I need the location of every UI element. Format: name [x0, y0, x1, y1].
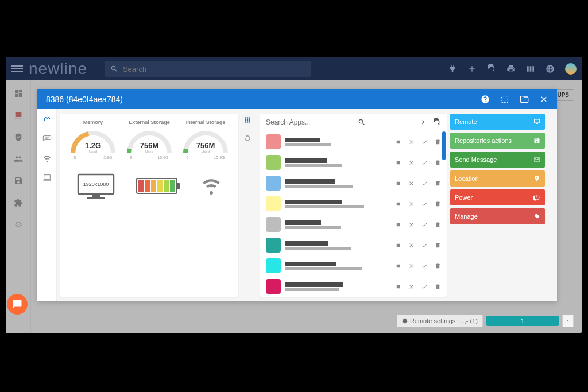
svg-rect-10 [397, 264, 400, 267]
wifi-icon [199, 176, 224, 196]
print-icon[interactable] [506, 64, 516, 73]
rail-message-icon[interactable] [42, 134, 52, 143]
stop-icon[interactable] [395, 201, 401, 207]
trash-icon[interactable] [435, 201, 441, 207]
action-manage[interactable]: Manage [450, 208, 545, 224]
apps-rail [238, 109, 257, 301]
stop-icon[interactable] [395, 139, 401, 145]
bottom-bar: Remote settings : ..,- (1) 1 [397, 315, 574, 327]
apps-refresh-icon[interactable] [433, 118, 441, 126]
app-row [260, 235, 447, 255]
apps-header [260, 114, 447, 131]
check-icon[interactable] [421, 263, 428, 269]
grid-icon[interactable] [243, 116, 252, 124]
app-swatch [266, 155, 281, 170]
app-row [260, 193, 447, 214]
folder-icon[interactable] [520, 95, 529, 104]
apps-card [260, 114, 447, 297]
top-bar: newline [6, 57, 582, 80]
svg-rect-12 [535, 119, 540, 123]
remote-settings-label[interactable]: Remote settings : ..,- (1) [397, 315, 483, 327]
status-card: Memory 1.2GUsed 02.8G External Storage 7… [60, 114, 238, 297]
svg-rect-6 [397, 181, 400, 185]
check-icon[interactable] [421, 284, 428, 290]
action-remote[interactable]: Remote [450, 114, 545, 130]
trash-icon[interactable] [435, 242, 441, 249]
check-icon[interactable] [421, 222, 428, 228]
power-icon [533, 194, 540, 201]
app-row [260, 276, 447, 297]
close-icon[interactable] [408, 180, 415, 187]
trash-icon[interactable] [435, 180, 441, 187]
check-icon[interactable] [421, 139, 428, 145]
apps-search-input[interactable] [266, 118, 352, 126]
trash-icon[interactable] [435, 160, 441, 166]
globe-icon[interactable] [546, 64, 555, 73]
monitor-icon [533, 118, 540, 125]
chat-bubble[interactable] [7, 294, 28, 315]
close-icon[interactable] [408, 139, 415, 145]
trash-icon[interactable] [435, 222, 441, 228]
stop-icon[interactable] [395, 242, 401, 249]
brand-logo: newline [29, 60, 87, 78]
svg-rect-7 [397, 202, 400, 205]
task-badge[interactable]: 1 [486, 316, 559, 326]
close-icon[interactable] [408, 201, 415, 207]
close-icon[interactable] [408, 222, 415, 228]
hamburger-icon[interactable] [11, 65, 23, 72]
apps-search-icon[interactable] [358, 118, 366, 126]
close-icon[interactable] [408, 263, 415, 269]
rail-display-icon[interactable] [42, 173, 52, 183]
resolution-display: 1920x1080 [75, 171, 117, 201]
search-box[interactable] [105, 61, 311, 77]
help-icon[interactable] [481, 95, 490, 104]
action-location[interactable]: Location [450, 170, 545, 187]
app-swatch [266, 279, 281, 294]
stop-icon[interactable] [395, 180, 401, 187]
close-icon[interactable] [408, 242, 415, 249]
action-send message[interactable]: Send Message [450, 152, 545, 168]
action-repositories actions[interactable]: Repositories actions [450, 133, 545, 149]
app-swatch [266, 258, 281, 273]
user-avatar[interactable] [565, 63, 577, 75]
close-icon[interactable] [539, 95, 548, 104]
app-row [260, 214, 447, 235]
svg-rect-8 [397, 223, 400, 226]
chevron-right-icon[interactable] [419, 118, 427, 126]
check-icon[interactable] [421, 201, 428, 207]
search-icon [110, 65, 118, 73]
check-icon[interactable] [421, 160, 428, 166]
svg-rect-1 [92, 194, 100, 197]
trash-icon[interactable] [435, 139, 441, 145]
gauge: Memory 1.2GUsed 02.8G [66, 119, 121, 176]
app-swatch [266, 176, 281, 191]
svg-rect-4 [397, 140, 400, 143]
columns-icon[interactable] [526, 64, 535, 73]
refresh-icon[interactable] [487, 64, 496, 73]
rail-wifi-icon[interactable] [42, 154, 52, 163]
check-icon[interactable] [421, 180, 428, 187]
trash-icon[interactable] [435, 284, 441, 290]
app-row [260, 173, 447, 193]
device-modal: 8386 (84e0f4aea784) Memory 1.2GUsed 02.8… [37, 89, 557, 301]
trash-icon[interactable] [435, 263, 441, 269]
expand-up-icon[interactable] [562, 315, 574, 327]
action-power[interactable]: Power [450, 189, 545, 205]
close-icon[interactable] [408, 160, 415, 166]
rail-gauge-icon[interactable] [42, 115, 52, 124]
sync-icon[interactable] [243, 134, 252, 142]
gauge: External Storage 756MUsed 010.9G [122, 119, 177, 176]
select-icon[interactable] [500, 95, 509, 104]
close-icon[interactable] [408, 284, 415, 290]
stop-icon[interactable] [395, 263, 401, 269]
search-input[interactable] [123, 65, 305, 73]
plug-icon[interactable] [448, 64, 457, 73]
stop-icon[interactable] [395, 160, 401, 166]
stop-icon[interactable] [395, 222, 401, 228]
stop-icon[interactable] [395, 284, 401, 290]
scroll-thumb[interactable] [442, 131, 446, 160]
plus-icon[interactable] [467, 64, 477, 73]
mail-icon [533, 156, 540, 163]
svg-rect-11 [397, 285, 400, 288]
check-icon[interactable] [421, 242, 428, 249]
